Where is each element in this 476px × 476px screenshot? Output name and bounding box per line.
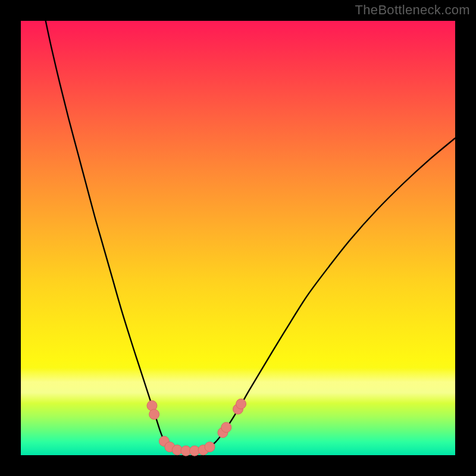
- curve-left-branch: [45, 17, 195, 451]
- data-marker: [149, 409, 159, 419]
- curve-right-branch: [195, 138, 455, 451]
- data-marker: [205, 442, 215, 452]
- data-marker: [221, 422, 231, 433]
- data-marker: [236, 399, 246, 409]
- curve-layer: [21, 21, 455, 455]
- chart-frame: TheBottleneck.com: [0, 0, 476, 476]
- watermark-text: TheBottleneck.com: [355, 2, 470, 18]
